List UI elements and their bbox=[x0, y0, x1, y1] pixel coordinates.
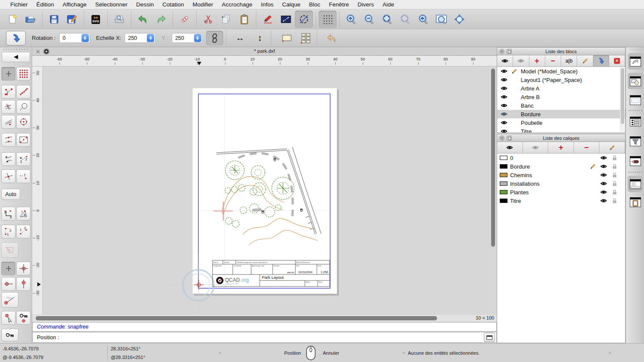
pan-button[interactable] bbox=[450, 11, 468, 28]
document-tab-title[interactable]: * park.dxf bbox=[32, 48, 497, 54]
dock-drag-handle[interactable] bbox=[629, 49, 641, 50]
snap-restriction-button[interactable] bbox=[1, 152, 15, 166]
snap-distance-button[interactable]: 12 bbox=[16, 152, 30, 166]
paste-button[interactable] bbox=[235, 11, 253, 28]
toolbar-drag-handle[interactable] bbox=[3, 48, 29, 50]
rotation-combo[interactable]: 0 bbox=[59, 33, 90, 43]
keep-proportions-button[interactable] bbox=[206, 31, 223, 45]
lock-relative-zero-button[interactable] bbox=[16, 311, 30, 325]
block-visibility-icon[interactable] bbox=[501, 68, 507, 75]
block-list-toggle[interactable] bbox=[628, 73, 643, 89]
add-layer-button[interactable]: + bbox=[548, 142, 574, 153]
measure-button[interactable] bbox=[277, 11, 295, 28]
undo-button[interactable] bbox=[134, 11, 152, 28]
back-button[interactable] bbox=[2, 52, 30, 62]
command-options-button[interactable] bbox=[484, 333, 495, 342]
library-browser-toggle[interactable] bbox=[629, 94, 642, 106]
redo-button[interactable] bbox=[152, 11, 170, 28]
snap-grid-button[interactable] bbox=[16, 67, 30, 81]
rotation-stepper[interactable] bbox=[82, 34, 89, 42]
snap-center-button[interactable] bbox=[16, 115, 30, 129]
array-insert-button[interactable] bbox=[297, 31, 314, 45]
set-relative-zero-button[interactable] bbox=[1, 311, 15, 325]
block-row-banc[interactable]: Banc bbox=[497, 101, 625, 110]
block-list-scrollbar[interactable] bbox=[620, 67, 625, 132]
restrict-orthogonal-button[interactable] bbox=[16, 262, 30, 275]
menu-fenetre[interactable]: Fenêtre bbox=[325, 0, 353, 9]
relative-cartesian-button[interactable]: 12 bbox=[1, 225, 15, 238]
command-history[interactable]: Commande: snapfree bbox=[32, 322, 497, 332]
block-list-scrollbar-thumb[interactable] bbox=[621, 68, 624, 124]
flip-horizontal-button[interactable]: ↔ bbox=[231, 31, 249, 45]
layer-row-plantes[interactable]: Plantes bbox=[497, 188, 625, 196]
vertical-scrollbar[interactable] bbox=[491, 69, 495, 247]
block-row-arbre-a[interactable]: Arbre A bbox=[497, 84, 625, 93]
hide-all-blocks-button[interactable] bbox=[513, 55, 529, 66]
position-input[interactable] bbox=[61, 333, 481, 341]
snap-reference-button[interactable] bbox=[16, 133, 30, 147]
snap-points-button[interactable] bbox=[16, 85, 30, 99]
block-row-arbre-b[interactable]: Arbre B bbox=[497, 93, 625, 101]
add-block-button[interactable]: + bbox=[529, 55, 545, 66]
single-insert-button[interactable] bbox=[278, 31, 295, 45]
command-line-toggle[interactable] bbox=[628, 176, 643, 192]
layer-row-titre[interactable]: Titre bbox=[497, 196, 625, 205]
zoom-auto-button[interactable] bbox=[378, 11, 396, 28]
remove-layer-button[interactable]: − bbox=[574, 142, 600, 153]
selection-filter-toggle[interactable] bbox=[629, 135, 642, 148]
zoom-in-button[interactable] bbox=[342, 11, 360, 28]
layer-lock-icon[interactable] bbox=[612, 181, 617, 187]
restrict-vertical-button[interactable] bbox=[16, 277, 30, 291]
restrict-off-button[interactable] bbox=[1, 262, 15, 275]
new-file-button[interactable] bbox=[3, 11, 21, 28]
menu-divers[interactable]: Divers bbox=[353, 0, 378, 9]
edit-layer-button[interactable] bbox=[599, 142, 625, 153]
menu-aide[interactable]: Aide bbox=[378, 0, 398, 9]
snap-middle-button[interactable] bbox=[1, 133, 15, 147]
menu-bloc[interactable]: Bloc bbox=[305, 0, 325, 9]
snap-intersection-auto-button[interactable] bbox=[1, 100, 15, 114]
cut-button[interactable] bbox=[199, 11, 217, 28]
layer-visibility-icon[interactable] bbox=[600, 172, 607, 178]
coordinate-cartesian-button[interactable]: yx bbox=[1, 207, 15, 220]
save-as-button[interactable] bbox=[63, 11, 81, 28]
reset-button[interactable] bbox=[323, 31, 340, 45]
open-file-button[interactable] bbox=[21, 11, 39, 28]
scale-x-combo[interactable]: 250 bbox=[125, 33, 155, 43]
panel-close-icon[interactable]: × bbox=[499, 136, 504, 141]
zoom-out-button[interactable] bbox=[360, 11, 378, 28]
block-visibility-icon[interactable] bbox=[501, 76, 507, 83]
drawing-viewport[interactable]: Item ref Quantity Title/Name, designatio… bbox=[43, 66, 497, 314]
block-row-model[interactable]: Model (*Model_Space) bbox=[497, 67, 625, 75]
snap-intersection-button[interactable] bbox=[1, 169, 15, 183]
scale-y-stepper[interactable] bbox=[194, 34, 201, 42]
remove-block-button[interactable]: − bbox=[545, 55, 561, 66]
edit-block-button[interactable] bbox=[577, 55, 593, 66]
insert-block-button[interactable] bbox=[593, 55, 609, 66]
circle-tool-toggle[interactable] bbox=[295, 11, 313, 28]
print-preview-button[interactable] bbox=[110, 11, 128, 28]
block-visibility-icon[interactable] bbox=[501, 128, 507, 133]
layer-row-0[interactable]: 0 bbox=[497, 154, 625, 162]
block-visibility-icon[interactable] bbox=[501, 85, 507, 92]
scale-x-stepper[interactable] bbox=[147, 34, 154, 42]
menu-selectionner[interactable]: Sélectionner bbox=[91, 0, 132, 9]
close-block-edit-button[interactable]: × bbox=[609, 55, 625, 66]
draw-edit-button[interactable] bbox=[259, 11, 277, 28]
zoom-selection-button[interactable] bbox=[396, 11, 414, 28]
insert-block-state-button[interactable] bbox=[6, 31, 26, 45]
save-button[interactable] bbox=[45, 11, 63, 28]
lock-button[interactable] bbox=[1, 329, 18, 341]
coordinate-polar-button[interactable]: ra bbox=[16, 207, 30, 220]
flip-vertical-button[interactable]: ↕ bbox=[251, 31, 268, 45]
snap-auto-button[interactable]: Auto bbox=[1, 189, 20, 200]
restrict-angle-length-button[interactable] bbox=[1, 242, 18, 258]
menu-edition[interactable]: Édition bbox=[32, 0, 58, 9]
layer-lock-icon[interactable] bbox=[612, 163, 617, 169]
pattern-viewer-toggle[interactable] bbox=[629, 154, 642, 167]
menu-modifier[interactable]: Modifier bbox=[188, 0, 217, 9]
property-editor-toggle[interactable] bbox=[628, 53, 643, 69]
copy-button[interactable] bbox=[217, 11, 235, 28]
restrict-angle-button[interactable] bbox=[1, 292, 18, 308]
eraser-button[interactable] bbox=[176, 11, 194, 28]
